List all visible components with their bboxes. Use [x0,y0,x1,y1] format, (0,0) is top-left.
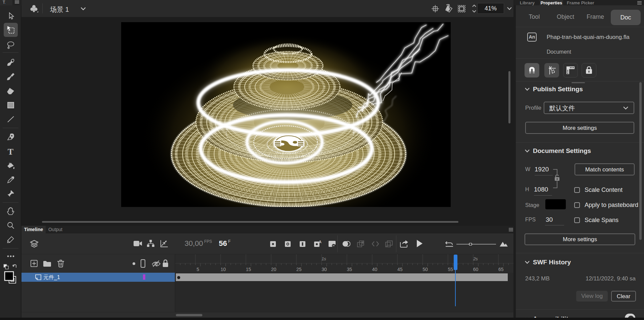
svg-text:60: 60 [473,267,479,272]
svg-text:50: 50 [423,267,428,272]
svg-text:5: 5 [197,267,199,272]
svg-text:55: 55 [448,267,453,272]
svg-text:65: 65 [498,267,504,272]
svg-text:15: 15 [246,267,251,272]
svg-text:45: 45 [397,267,403,272]
svg-text:10: 10 [220,267,226,272]
svg-text:25: 25 [296,267,302,272]
svg-text:30: 30 [321,267,327,272]
svg-text:35: 35 [347,267,352,272]
svg-text:20: 20 [271,267,277,272]
svg-text:A: A [319,240,321,244]
svg-text:2s: 2s [473,256,478,261]
svg-text:40: 40 [372,267,378,272]
svg-text:1s: 1s [321,256,326,261]
